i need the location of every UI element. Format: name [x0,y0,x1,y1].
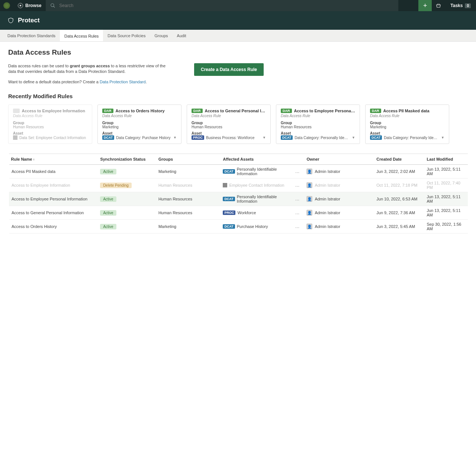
cell-created: Jun 10, 2022, 6:53 AM [374,192,424,206]
table-row[interactable]: Access to Employee Personal InformationA… [9,192,468,206]
sub-intro-text: Want to define a default data protection… [8,80,468,84]
cell-asset: Employee Contact Information [229,183,284,187]
card-group-value: Marketing [102,125,177,129]
dcat-badge: DCAT [223,169,235,174]
intro-text: Data access rules can be used to grant g… [8,63,172,75]
tasks-button[interactable]: Tasks 0 [445,0,476,11]
table-row[interactable]: Access to General Personal InformationAc… [9,206,468,220]
card-title: Access PII Masked data [383,109,445,113]
tab-data-access-rules[interactable]: Data Access Rules [60,30,103,41]
page-subheader: Protect [0,11,476,30]
cell-groups: Human Resources [156,178,221,192]
svg-point-0 [51,4,54,7]
cell-rule-name[interactable]: Access to Orders History [9,220,98,234]
rules-table: Rule Name Synchronization Status Groups … [8,154,468,234]
avatar: 👤 [306,210,312,216]
dar-badge: DAR [192,109,203,113]
dataset-icon [13,135,17,140]
cell-created: Jun 3, 2022, 2:02 AM [374,165,424,178]
recent-rule-card[interactable]: DARAccess PII Masked dataData Access Rul… [365,104,449,144]
cell-modified: Jun 13, 2022, 5:11 AM [424,165,468,178]
chevron-down-icon[interactable]: ▼ [441,136,444,139]
app-logo[interactable] [0,0,13,11]
col-sync-status[interactable]: Synchronization Status [98,154,156,165]
browse-button[interactable]: Browse [13,0,46,11]
asset-more-button[interactable]: … [293,196,302,202]
table-row[interactable]: Access to Employee InformationDelete Pen… [9,178,468,192]
col-modified[interactable]: Last Modified [424,154,468,165]
add-button[interactable]: + [418,0,432,11]
cell-created: Jun 9, 2022, 7:36 AM [374,206,424,220]
cell-rule-name[interactable]: Access to Employee Personal Information [9,192,98,206]
cell-modified: Jun 13, 2022, 5:11 AM [424,192,468,206]
col-rule-name[interactable]: Rule Name [9,154,98,165]
subheader-title: Protect [18,17,40,24]
card-group-label: Group [13,121,87,125]
chevron-down-icon[interactable]: ▼ [352,136,355,139]
tab-data-protection-standards[interactable]: Data Protection Standards [3,30,60,41]
cell-rule-name[interactable]: Access to Employee Information [9,178,98,192]
cell-asset: Workforce [237,210,256,215]
card-subtitle: Data Access Rule [102,114,177,118]
dataset-icon [223,183,227,187]
card-asset-text: Data Category: Purchase History [116,136,171,140]
tab-data-source-policies[interactable]: Data Source Policies [103,30,150,41]
recent-rule-card[interactable]: DARAccess to Employee Personal I…Data Ac… [276,104,360,144]
dar-badge [13,109,20,113]
proc-badge: PROC [192,135,204,140]
basket-button[interactable] [432,0,445,11]
search-icon [50,3,55,8]
top-bar: Browse + Tasks 0 [0,0,476,11]
browse-label: Browse [25,3,41,8]
card-asset-text: Business Process: Workforce [206,136,261,140]
cell-groups: Human Resources [156,192,221,206]
card-group-value: Human Resources [281,125,355,129]
tab-audit[interactable]: Audit [173,30,191,41]
col-owner[interactable]: Owner [304,154,374,165]
card-group-label: Group [281,121,355,125]
asset-more-button[interactable]: … [293,169,302,174]
search-input[interactable] [59,3,394,8]
cell-owner: Admin Istrator [315,210,340,215]
card-group-label: Group [102,121,177,125]
col-created[interactable]: Created Date [374,154,424,165]
tab-groups[interactable]: Groups [150,30,172,41]
dcat-badge: DCAT [281,135,293,140]
recent-rule-card[interactable]: Access to Employee InformationData Acces… [8,104,92,144]
col-groups[interactable]: Groups [156,154,221,165]
asset-more-button[interactable]: … [293,224,302,229]
status-badge: Active [100,210,116,216]
search-area[interactable] [46,0,398,11]
recent-cards-row: Access to Employee InformationData Acces… [8,104,468,144]
asset-more-button[interactable]: … [293,183,302,188]
avatar: 👤 [306,182,312,188]
avatar: 👤 [306,223,312,229]
card-group-value: Human Resources [192,125,266,129]
card-asset-text: Data Set: Employee Contact Information [19,136,87,140]
dcat-badge: DCAT [370,135,382,140]
recent-rule-card[interactable]: DARAccess to General Personal Inf…Data A… [187,104,271,144]
asset-more-button[interactable]: … [293,210,302,215]
avatar: 👤 [306,168,312,174]
protection-standard-link[interactable]: Data Protection Standard [100,80,146,84]
cell-owner: Admin Istrator [315,224,340,229]
chevron-down-icon[interactable]: ▼ [173,136,177,139]
create-rule-button[interactable]: Create a Data Access Rule [194,63,264,76]
card-subtitle: Data Access Rule [192,114,266,118]
card-group-value: Marketing [370,125,444,129]
chevron-down-icon[interactable]: ▼ [263,136,266,139]
card-title: Access to Employee Personal I… [294,109,356,113]
card-subtitle: Data Access Rule [370,114,444,118]
col-assets[interactable]: Affected Assets [221,154,304,165]
dar-badge: DAR [102,109,113,113]
recent-rule-card[interactable]: DARAccess to Orders HistoryData Access R… [97,104,181,144]
cell-rule-name[interactable]: Access to General Personal Information [9,206,98,220]
cell-modified: Oct 11, 2022, 7:40 PM [424,178,468,192]
card-asset-label: Asset [13,131,87,135]
card-group-label: Group [370,121,444,125]
dcat-badge: DCAT [102,135,114,140]
cell-owner: Admin Istrator [315,197,340,201]
table-row[interactable]: Access to Orders HistoryActiveMarketingD… [9,220,468,234]
table-row[interactable]: Access PII Masked dataActiveMarketingDCA… [9,165,468,178]
cell-rule-name[interactable]: Access PII Masked data [9,165,98,178]
